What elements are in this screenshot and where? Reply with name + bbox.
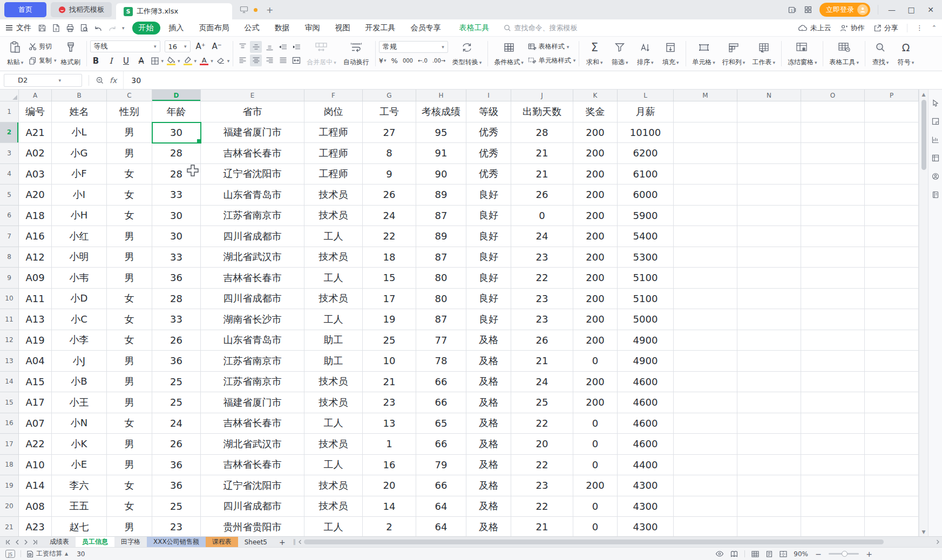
grid-cell[interactable]: 小G: [52, 143, 107, 164]
column-header-K[interactable]: K: [573, 90, 618, 101]
grid-cell[interactable]: 200: [573, 206, 618, 227]
grid-cell[interactable]: [737, 122, 801, 144]
pivot-tool-icon[interactable]: [932, 154, 939, 162]
row-header-7[interactable]: 7: [0, 226, 19, 247]
grid-cell[interactable]: 女: [107, 475, 152, 496]
wrap-text-button[interactable]: 自动换行: [341, 39, 372, 69]
clear-format-button[interactable]: ▾: [216, 58, 230, 65]
grid-cell[interactable]: A04: [19, 351, 52, 372]
freeze-panes-button[interactable]: 冻结窗格▾: [785, 39, 820, 69]
grid-cell[interactable]: A14: [19, 475, 52, 496]
redo-icon[interactable]: [108, 24, 117, 32]
grid-cell[interactable]: 及格: [466, 372, 511, 393]
grid-cell[interactable]: A15: [19, 372, 52, 393]
grid-cell[interactable]: 80: [416, 289, 466, 310]
notebook-icon[interactable]: [932, 191, 939, 199]
grid-cell[interactable]: 湖北省武汉市: [201, 434, 304, 455]
cell-style-button[interactable]: 单元格样式▾: [528, 54, 576, 68]
merge-center-button[interactable]: 合并居中▾: [304, 39, 339, 69]
grid-cell[interactable]: 小王: [52, 392, 107, 413]
grid-cell[interactable]: 200: [573, 475, 618, 496]
grid-cell[interactable]: 小李: [52, 330, 107, 351]
grid-cell[interactable]: 87: [416, 247, 466, 268]
scroll-right-icon[interactable]: [936, 539, 940, 544]
grid-cell[interactable]: [737, 268, 801, 289]
sheet-tab-2[interactable]: 田字格: [114, 537, 147, 547]
template-tab[interactable]: 找稻壳模板: [51, 2, 112, 17]
qat-dropdown-icon[interactable]: ▾: [122, 25, 125, 31]
grid-cell[interactable]: [674, 122, 737, 144]
zoom-out-button[interactable]: −: [815, 550, 822, 558]
grid-cell[interactable]: 23: [511, 309, 573, 330]
grid-cell[interactable]: 17: [363, 289, 416, 310]
grid-cell[interactable]: 助工: [304, 351, 363, 372]
align-bottom-icon[interactable]: [263, 41, 275, 53]
grid-cell[interactable]: [737, 143, 801, 164]
grid-cell[interactable]: 78: [416, 351, 466, 372]
menu-tab-3[interactable]: 公式: [238, 22, 266, 35]
grid-cell[interactable]: 4300: [618, 517, 674, 536]
grid-cell[interactable]: [737, 434, 801, 455]
header-cell[interactable]: [801, 101, 865, 122]
grid-cell[interactable]: 小C: [52, 309, 107, 330]
task-collapse-icon[interactable]: ▲: [65, 551, 68, 556]
scroll-down-icon[interactable]: ▼: [922, 527, 926, 536]
grid-cell[interactable]: [865, 372, 919, 393]
grid-cell[interactable]: [737, 455, 801, 476]
grid-cell[interactable]: 200: [573, 164, 618, 185]
sticky-note-icon[interactable]: [932, 118, 939, 125]
sheet-tab-3[interactable]: XXX公司销售额: [147, 537, 206, 547]
table-style-button[interactable]: 表格样式▾: [528, 40, 576, 54]
grid-cell[interactable]: [801, 372, 865, 393]
decrease-indent-icon[interactable]: [277, 41, 289, 53]
grid-cell[interactable]: 66: [416, 475, 466, 496]
grid-cell[interactable]: 及格: [466, 330, 511, 351]
close-button[interactable]: ✕: [925, 5, 937, 14]
increase-font-icon[interactable]: A⁺: [195, 42, 207, 51]
rows-cols-button[interactable]: 行和列▾: [720, 39, 748, 69]
grid-cell[interactable]: A12: [19, 247, 52, 268]
grid-cell[interactable]: 男: [107, 434, 152, 455]
grid-cell[interactable]: 5000: [618, 309, 674, 330]
grid-cell[interactable]: 4600: [618, 372, 674, 393]
grid-cell[interactable]: [737, 517, 801, 536]
grid-cell[interactable]: 95: [416, 122, 466, 144]
grid-cell[interactable]: 200: [573, 185, 618, 206]
header-cell[interactable]: 出勤天数: [511, 101, 573, 122]
column-header-J[interactable]: J: [511, 90, 573, 101]
grid-cell[interactable]: 工人: [304, 226, 363, 247]
grid-cell[interactable]: 及格: [466, 455, 511, 476]
format-painter-button[interactable]: 格式刷: [58, 39, 83, 69]
chart-tool-icon[interactable]: [932, 136, 939, 144]
grid-cell[interactable]: 65: [416, 413, 466, 434]
column-header-A[interactable]: A: [19, 90, 52, 101]
grid-cell[interactable]: 80: [416, 268, 466, 289]
grid-cell[interactable]: 工人: [304, 517, 363, 536]
grid-cell[interactable]: 0: [573, 413, 618, 434]
strikethrough-button[interactable]: A: [135, 56, 147, 66]
sort-button[interactable]: 排序▾: [633, 39, 657, 69]
grid-cell[interactable]: 福建省厦门市: [201, 392, 304, 413]
grid-cell[interactable]: 良好: [466, 289, 511, 310]
grid-cell[interactable]: 24: [152, 413, 201, 434]
grid-cell[interactable]: [737, 309, 801, 330]
grid-cell[interactable]: 及格: [466, 392, 511, 413]
grid-cell[interactable]: 36: [152, 268, 201, 289]
header-cell[interactable]: [674, 101, 737, 122]
horizontal-scrollbar[interactable]: ∥: [291, 537, 942, 547]
currency-button[interactable]: ¥▾: [379, 57, 387, 65]
increase-decimal-button[interactable]: .00→: [432, 58, 445, 64]
grid-cell[interactable]: [674, 517, 737, 536]
grid-cell[interactable]: 24: [511, 226, 573, 247]
monitor-icon[interactable]: [240, 6, 248, 13]
grid-cell[interactable]: 200: [573, 226, 618, 247]
grid-cell[interactable]: 66: [416, 372, 466, 393]
grid-cell[interactable]: [674, 413, 737, 434]
grid-cell[interactable]: [801, 309, 865, 330]
grid-cell[interactable]: 22: [511, 268, 573, 289]
column-header-D[interactable]: D: [152, 90, 201, 101]
grid-cell[interactable]: 辽宁省沈阳市: [201, 475, 304, 496]
grid-cell[interactable]: A20: [19, 185, 52, 206]
grid-cell[interactable]: [737, 392, 801, 413]
grid-cell[interactable]: 4600: [618, 392, 674, 413]
